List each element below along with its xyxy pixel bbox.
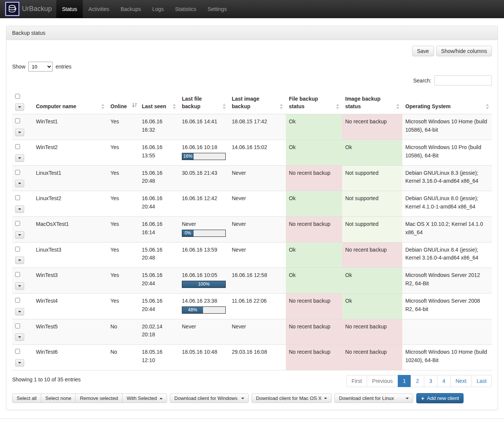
file-backup-progress-fill: 48% — [182, 307, 203, 313]
row-checkbox[interactable] — [15, 272, 20, 277]
remove-selected-button[interactable]: Remove selected — [75, 393, 122, 403]
select-none-button[interactable]: Select none — [41, 393, 76, 403]
caret-down-icon — [18, 285, 21, 287]
row-actions-dropdown[interactable] — [15, 231, 24, 239]
operating-system-cell: Debian GNU/Linux 8.4 (jessie); Kernel 3.… — [402, 242, 492, 268]
row-checkbox[interactable] — [15, 323, 20, 328]
select-all-button[interactable]: Select all — [12, 393, 41, 403]
tab-backups[interactable]: Backups — [115, 0, 147, 18]
tab-activities[interactable]: Activities — [83, 0, 115, 18]
caret-down-icon — [324, 398, 327, 399]
sort-icon — [101, 104, 105, 109]
row-actions-dropdown[interactable] — [15, 359, 24, 367]
row-actions-dropdown[interactable] — [15, 180, 24, 187]
last-seen-cell: 15.06.16 20:44 — [139, 268, 179, 294]
save-button[interactable]: Save — [412, 46, 434, 56]
page-first[interactable]: First — [346, 375, 367, 387]
row-checkbox[interactable] — [15, 298, 20, 303]
column-header-file-backup-status[interactable]: File backup status — [286, 90, 342, 114]
row-actions-dropdown[interactable] — [15, 282, 24, 290]
caret-down-icon — [18, 208, 21, 210]
last-file-backup-date: 16.06.16 10:05 — [182, 271, 226, 280]
brand: UrBackup — [0, 0, 56, 18]
row-checkbox[interactable] — [15, 221, 20, 226]
row-actions-dropdown[interactable] — [15, 257, 24, 264]
row-checkbox[interactable] — [15, 170, 20, 175]
tab-status[interactable]: Status — [56, 0, 83, 18]
add-new-client-button[interactable]: + Add new client — [416, 393, 463, 403]
row-actions-dropdown[interactable] — [15, 129, 24, 136]
operating-system-cell: Microsoft Windows 10 Home (build 10586),… — [402, 114, 492, 140]
last-file-backup-date: Never — [182, 323, 226, 331]
column-header-last-image-backup[interactable]: Last image backup — [229, 90, 286, 114]
row-select-cell — [12, 319, 33, 345]
row-select-cell — [12, 268, 33, 294]
table-row: LinuxTest1Yes15.06.16 20:4830.05.16 21:4… — [12, 165, 492, 191]
download-client-for-mac-os-x-button[interactable]: Download client for Mac OS X — [251, 393, 332, 403]
column-label: Last file backup — [182, 96, 202, 109]
row-select-cell — [12, 165, 33, 191]
select-all-header — [12, 90, 33, 114]
row-checkbox[interactable] — [15, 195, 20, 200]
row-checkbox[interactable] — [15, 144, 20, 149]
search-input[interactable] — [434, 75, 492, 86]
column-header-operating-system[interactable]: Operating System — [402, 90, 492, 114]
tab-logs[interactable]: Logs — [147, 0, 169, 18]
online-cell: Yes — [107, 140, 139, 165]
download-client-for-windows-button[interactable]: Download client for Windows — [170, 393, 249, 403]
page-size-select[interactable]: 10 — [28, 62, 53, 72]
column-header-online[interactable]: Online — [107, 90, 139, 114]
row-actions-dropdown[interactable] — [15, 333, 24, 341]
page-previous[interactable]: Previous — [367, 375, 398, 387]
column-header-last-seen[interactable]: Last seen — [139, 90, 179, 114]
last-image-backup-cell: Never — [229, 242, 286, 268]
download-client-for-linux-button[interactable]: Download client for Linux — [334, 393, 413, 403]
row-actions-dropdown[interactable] — [15, 308, 24, 316]
row-checkbox[interactable] — [15, 247, 20, 252]
page-2[interactable]: 2 — [411, 375, 424, 387]
last-file-backup-cell: 30.05.16 21:43 — [179, 165, 229, 191]
page-3[interactable]: 3 — [424, 375, 437, 387]
row-select-cell — [12, 191, 33, 217]
last-file-backup-cell: 16.06.16 10:1816% — [179, 140, 229, 165]
page-next[interactable]: Next — [450, 375, 472, 387]
column-header-image-backup-status[interactable]: Image backup status — [342, 90, 402, 114]
tab-statistics[interactable]: Statistics — [169, 0, 202, 18]
file-backup-progress-fill: 100% — [182, 281, 225, 288]
caret-down-icon — [18, 311, 21, 313]
header-actions-dropdown[interactable] — [15, 103, 24, 111]
tab-settings[interactable]: Settings — [202, 0, 233, 18]
column-label: Last seen — [142, 103, 166, 109]
row-actions-dropdown[interactable] — [15, 205, 24, 213]
row-actions-dropdown[interactable] — [15, 154, 24, 162]
row-checkbox[interactable] — [15, 349, 20, 354]
brand-text: UrBackup — [22, 5, 52, 13]
select-all-checkbox[interactable] — [15, 94, 20, 99]
add-new-client-label: Add new client — [427, 395, 459, 401]
column-header-computer-name[interactable]: Computer name — [33, 90, 107, 114]
with-selected-button[interactable]: With Selected — [122, 393, 167, 403]
row-select-cell — [12, 217, 33, 243]
last-image-backup-cell: 14.06.16 15:02 — [229, 140, 286, 165]
page-4[interactable]: 4 — [437, 375, 451, 387]
search-label: Search: — [413, 78, 431, 84]
operating-system-cell: Microsoft Windows 10 Pro (build 10586), … — [402, 140, 492, 165]
last-image-backup-cell: Never — [229, 217, 286, 243]
caret-down-icon — [18, 234, 21, 236]
entries-label: entries — [56, 64, 71, 70]
row-checkbox[interactable] — [15, 118, 20, 123]
online-cell: Yes — [107, 114, 139, 140]
last-file-backup-cell: Never — [179, 319, 229, 345]
sort-icon — [396, 104, 400, 109]
table-row: WinTest2Yes16.06.16 13:5516.06.16 10:181… — [12, 140, 492, 165]
row-select-cell — [12, 114, 33, 140]
online-cell: Yes — [107, 217, 139, 243]
operating-system-cell: Microsoft Windows Server 2012 R2, 64-Bit — [402, 268, 492, 294]
show-hide-columns-button[interactable]: Show/hide columns — [436, 46, 492, 56]
file-backup-status-cell: Ok — [286, 268, 342, 294]
column-header-last-file-backup[interactable]: Last file backup — [179, 90, 229, 114]
page-1[interactable]: 1 — [398, 375, 411, 387]
last-file-backup-date: 16.06.16 12:42 — [182, 194, 226, 203]
page-last[interactable]: Last — [471, 375, 492, 387]
file-backup-status-cell: No recent backup — [286, 345, 342, 370]
